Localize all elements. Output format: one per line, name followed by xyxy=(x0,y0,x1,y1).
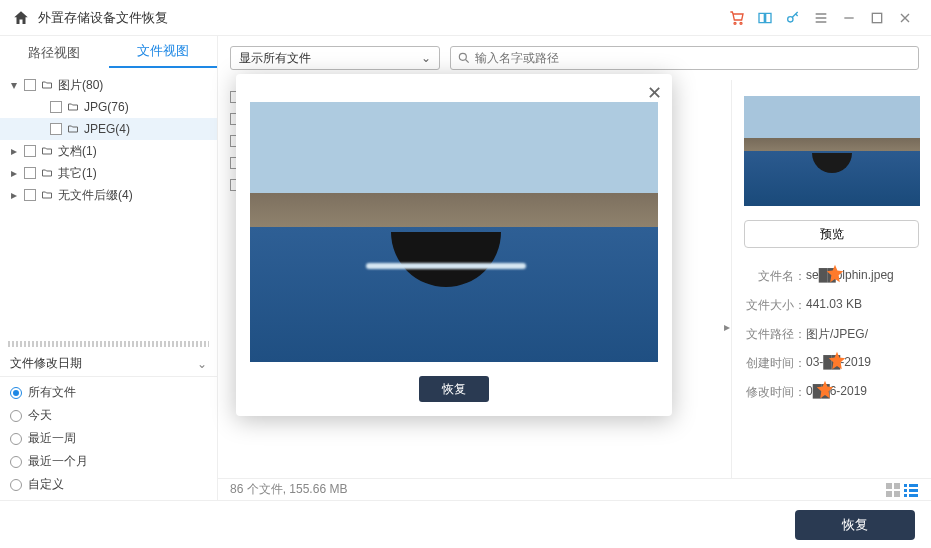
checkbox[interactable] xyxy=(24,145,36,157)
tab-path-view[interactable]: 路径视图 xyxy=(0,38,109,68)
tree-node[interactable]: ▸其它(1) xyxy=(0,162,217,184)
details-panel: ▸ 预览 文件名se██olphin.jpeg文件大小441.03 KB文件路径… xyxy=(731,80,931,478)
grid-view-icon[interactable] xyxy=(885,482,901,498)
tree-label: JPG(76) xyxy=(84,100,129,114)
radio-label: 今天 xyxy=(28,407,52,424)
filter-radio[interactable]: 最近一周 xyxy=(10,427,207,450)
radio-label: 所有文件 xyxy=(28,384,76,401)
radio-icon xyxy=(10,410,22,422)
maximize-icon[interactable] xyxy=(863,4,891,32)
svg-rect-6 xyxy=(894,483,900,489)
tree-arrow-icon: ▸ xyxy=(8,144,20,158)
filter-radio[interactable]: 今天 xyxy=(10,404,207,427)
filter-heading-label: 文件修改日期 xyxy=(10,355,82,372)
svg-rect-3 xyxy=(872,13,881,22)
svg-rect-11 xyxy=(904,489,907,492)
folder-icon xyxy=(40,167,54,179)
svg-rect-10 xyxy=(909,484,918,487)
filter-options: 所有文件今天最近一周最近一个月自定义 xyxy=(0,377,217,500)
tree-node[interactable]: JPEG(4) xyxy=(0,118,217,140)
folder-icon xyxy=(40,79,54,91)
status-text: 86 个文件, 155.66 MB xyxy=(230,481,347,498)
tree-label: 无文件后缀(4) xyxy=(58,187,133,204)
tree-label: 图片(80) xyxy=(58,77,103,94)
preview-button[interactable]: 预览 xyxy=(744,220,919,248)
recover-button[interactable]: 恢复 xyxy=(795,510,915,540)
folder-icon xyxy=(66,101,80,113)
detail-value: 0██6-2019 xyxy=(806,384,919,401)
detail-row: 修改时间0██6-2019 xyxy=(744,378,919,407)
checkbox[interactable] xyxy=(24,189,36,201)
search-icon xyxy=(457,51,471,65)
svg-rect-9 xyxy=(904,484,907,487)
radio-label: 自定义 xyxy=(28,476,64,493)
detail-row: 文件名se██olphin.jpeg xyxy=(744,262,919,291)
window-title: 外置存储设备文件恢复 xyxy=(38,9,723,27)
svg-point-4 xyxy=(459,53,466,60)
caret-down-icon: ⌄ xyxy=(421,51,431,65)
checkbox[interactable] xyxy=(24,79,36,91)
file-type-select[interactable]: 显示所有文件 ⌄ xyxy=(230,46,440,70)
radio-icon xyxy=(10,456,22,468)
svg-point-0 xyxy=(734,22,736,24)
search-input[interactable] xyxy=(475,51,912,65)
tab-file-view[interactable]: 文件视图 xyxy=(109,36,218,68)
detail-label: 修改时间 xyxy=(744,384,806,401)
filter-radio[interactable]: 所有文件 xyxy=(10,381,207,404)
folder-icon xyxy=(40,189,54,201)
filter-radio[interactable]: 最近一个月 xyxy=(10,450,207,473)
guide-icon[interactable] xyxy=(751,4,779,32)
svg-rect-13 xyxy=(904,494,907,497)
expand-panel-icon[interactable]: ▸ xyxy=(724,320,730,334)
tree-label: 文档(1) xyxy=(58,143,97,160)
checkbox[interactable] xyxy=(50,123,62,135)
tree-label: JPEG(4) xyxy=(84,122,130,136)
radio-icon xyxy=(10,433,22,445)
checkbox[interactable] xyxy=(50,101,62,113)
menu-icon[interactable] xyxy=(807,4,835,32)
detail-label: 文件大小 xyxy=(744,297,806,314)
file-tree: ▾图片(80)JPG(76)JPEG(4)▸文档(1)▸其它(1)▸无文件后缀(… xyxy=(0,68,217,337)
radio-label: 最近一个月 xyxy=(28,453,88,470)
svg-rect-7 xyxy=(886,491,892,497)
filter-heading[interactable]: 文件修改日期 ⌄ xyxy=(0,351,217,377)
chevron-down-icon: ⌄ xyxy=(197,357,207,371)
list-view-icon[interactable] xyxy=(903,482,919,498)
modal-recover-button[interactable]: 恢复 xyxy=(419,376,489,402)
tree-arrow-icon: ▸ xyxy=(8,166,20,180)
thumbnail-preview xyxy=(744,96,920,206)
svg-rect-12 xyxy=(909,489,918,492)
preview-modal: ✕ 恢复 xyxy=(236,74,672,416)
tree-node[interactable]: ▸文档(1) xyxy=(0,140,217,162)
svg-rect-8 xyxy=(894,491,900,497)
tree-node[interactable]: ▸无文件后缀(4) xyxy=(0,184,217,206)
search-box[interactable] xyxy=(450,46,919,70)
detail-value: 441.03 KB xyxy=(806,297,919,314)
close-modal-icon[interactable]: ✕ xyxy=(647,82,662,104)
detail-label: 文件名 xyxy=(744,268,806,285)
detail-label: 创建时间 xyxy=(744,355,806,372)
divider xyxy=(8,341,209,347)
select-label: 显示所有文件 xyxy=(239,50,311,67)
tree-node[interactable]: ▾图片(80) xyxy=(0,74,217,96)
tree-node[interactable]: JPG(76) xyxy=(0,96,217,118)
detail-value: se██olphin.jpeg xyxy=(806,268,919,285)
detail-row: 文件大小441.03 KB xyxy=(744,291,919,320)
close-icon[interactable] xyxy=(891,4,919,32)
tree-arrow-icon: ▸ xyxy=(8,188,20,202)
filter-radio[interactable]: 自定义 xyxy=(10,473,207,496)
svg-point-2 xyxy=(788,16,793,21)
detail-row: 文件路径图片/JPEG/ xyxy=(744,320,919,349)
home-icon[interactable] xyxy=(12,9,30,27)
detail-label: 文件路径 xyxy=(744,326,806,343)
tree-arrow-icon: ▾ xyxy=(8,78,20,92)
key-icon[interactable] xyxy=(779,4,807,32)
cart-icon[interactable] xyxy=(723,4,751,32)
minimize-icon[interactable] xyxy=(835,4,863,32)
svg-rect-5 xyxy=(886,483,892,489)
svg-point-1 xyxy=(740,22,742,24)
checkbox[interactable] xyxy=(24,167,36,179)
folder-icon xyxy=(66,123,80,135)
detail-value: 图片/JPEG/ xyxy=(806,326,919,343)
radio-icon xyxy=(10,479,22,491)
